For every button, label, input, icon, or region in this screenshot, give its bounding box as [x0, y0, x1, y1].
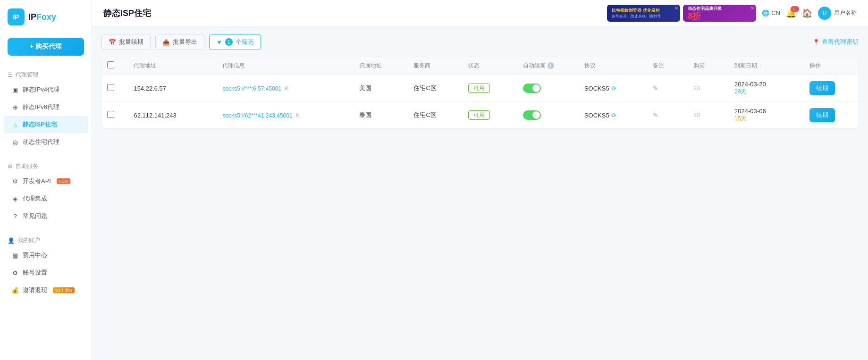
- col-header-note: 备注: [647, 57, 688, 75]
- batch-renew-button[interactable]: 📅 批量续期: [101, 34, 151, 50]
- sidebar-item-integration[interactable]: ◈ 代理集成: [4, 190, 88, 207]
- ipv6-icon: ⊕: [11, 103, 19, 111]
- row1-ip: 154.22.6.57: [128, 75, 217, 102]
- banner2-close-icon[interactable]: ✕: [750, 6, 754, 11]
- row2-protocol: SOCKS5 ⟳: [579, 102, 647, 129]
- row2-action: 续期: [804, 102, 859, 129]
- key-icon: 📍: [812, 39, 820, 46]
- sidebar-item-faq[interactable]: ? 常见问题: [4, 208, 88, 225]
- row1-purchase: 20: [688, 75, 729, 102]
- batch-export-button[interactable]: 📤 批量导出: [155, 34, 204, 50]
- row2-proxy-info: socks5://62***41.243:45001 ⎘: [217, 102, 353, 129]
- col-header-location: 归属地址: [354, 57, 408, 75]
- settings-icon: ⚙: [11, 269, 19, 276]
- row2-renew-button[interactable]: 续期: [809, 108, 835, 122]
- nav-section-service: ⚙ 自助服务 ⚙ 开发者API NEW ◈ 代理集成 ? 常见问题: [0, 155, 92, 229]
- user-info[interactable]: U 用户名称: [818, 7, 857, 20]
- row2-note: ✎: [647, 102, 688, 129]
- row2-edit-icon[interactable]: ✎: [653, 111, 658, 119]
- col-header-action: 操作: [804, 57, 859, 75]
- row1-renew-button[interactable]: 续期: [809, 81, 835, 95]
- banner1-line1: 比特指纹浏览器 优化及时: [612, 8, 661, 14]
- billing-icon: ▤: [11, 251, 19, 259]
- banner1[interactable]: 比特指纹浏览器 优化及时 账号多开、防止关联、防封号 ✕: [607, 5, 680, 22]
- sidebar-item-invite[interactable]: 💰 邀请返现 GET $$$: [4, 282, 88, 299]
- row2-copy-icon[interactable]: ⎘: [296, 112, 299, 119]
- sidebar-item-isp[interactable]: ⌂ 静态ISP住宅: [4, 116, 88, 133]
- filter-icon: ▼: [216, 39, 222, 46]
- content-area: 📅 批量续期 📤 批量导出 ▼ 1 个筛选 📍 查看代理密钥: [92, 26, 868, 360]
- row1-copy-icon[interactable]: ⎘: [285, 85, 288, 92]
- row1-note: ✎: [647, 75, 688, 102]
- globe-icon: 🌐: [762, 9, 769, 17]
- banner2[interactable]: 动态住宅品质升级 8折 ✕: [683, 5, 756, 22]
- row2-ip: 62.112.141.243: [128, 102, 217, 129]
- export-icon: 📤: [162, 39, 170, 46]
- row2-expire-days: 15天: [734, 115, 798, 123]
- row1-refresh-icon[interactable]: ⟳: [611, 85, 616, 92]
- nav-section-title-proxy: ☰ 代理管理: [0, 67, 92, 81]
- auto-renew-info-icon[interactable]: ℹ: [548, 62, 554, 69]
- account-section-icon: 👤: [8, 237, 15, 244]
- nav-section-account: 👤 我的账户 ▤ 费用中心 ⚙ 账号设置 💰 邀请返现 GET $$$: [0, 229, 92, 303]
- calendar-icon: 📅: [109, 39, 116, 46]
- service-section-icon: ⚙: [8, 163, 13, 170]
- row2-proxy-link[interactable]: socks5://62***41.243:45001: [222, 112, 292, 119]
- toolbar-left: 📅 批量续期 📤 批量导出 ▼ 1 个筛选: [101, 34, 261, 50]
- proxy-table: 代理地址 代理信息 归属地址 服务商 状态 自动续期 ℹ 协议 备注: [101, 57, 859, 128]
- row1-status-badge: 可用: [468, 84, 490, 93]
- username: 用户名称: [834, 9, 857, 17]
- row1-status: 可用: [463, 75, 517, 102]
- row2-service: 住宅C区: [408, 102, 463, 129]
- row1-checkbox[interactable]: [107, 84, 114, 91]
- row1-toggle[interactable]: [523, 84, 541, 93]
- proxy-table-wrapper: 代理地址 代理信息 归属地址 服务商 状态 自动续期 ℹ 协议 备注: [101, 57, 859, 128]
- new-badge: NEW: [57, 178, 70, 184]
- row2-protocol-label: SOCKS5: [584, 112, 609, 119]
- notification-badge: 11: [791, 6, 799, 12]
- row1-toggle-knob: [532, 84, 540, 92]
- sidebar-item-settings[interactable]: ⚙ 账号设置: [4, 264, 88, 281]
- banner1-close-icon[interactable]: ✕: [674, 6, 678, 11]
- sidebar-item-ipv4[interactable]: ▣ 静态IPv4代理: [4, 81, 88, 98]
- row2-toggle[interactable]: [523, 110, 541, 120]
- row1-proxy-link[interactable]: socks5://***:6.57:45001: [222, 85, 281, 92]
- banner1-line2: 账号多开、防止关联、防封号: [612, 14, 661, 19]
- integration-icon: ◈: [11, 195, 19, 202]
- promo-banners: 比特指纹浏览器 优化及时 账号多开、防止关联、防封号 ✕ 动态住宅品质升级 8折…: [607, 5, 756, 22]
- filter-button[interactable]: ▼ 1 个筛选: [209, 34, 261, 50]
- row2-expire-date: 2024-03-06: [734, 108, 798, 115]
- row2-toggle-knob: [532, 111, 540, 119]
- row1-edit-icon[interactable]: ✎: [653, 84, 658, 92]
- row2-auto-renew: [517, 102, 579, 129]
- table-header: 代理地址 代理信息 归属地址 服务商 状态 自动续期 ℹ 协议 备注: [101, 57, 859, 75]
- select-all-checkbox[interactable]: [107, 61, 114, 68]
- filter-count-badge: 1: [225, 38, 233, 46]
- devapi-icon: ⚙: [11, 177, 19, 185]
- view-key-button[interactable]: 📍 查看代理密钥: [812, 38, 859, 46]
- row1-service: 住宅C区: [408, 75, 463, 102]
- col-header-proxy: 代理地址: [128, 57, 217, 75]
- table-body: 154.22.6.57 socks5://***:6.57:45001 ⎘ 美国…: [101, 75, 859, 129]
- row2-purchase: 20: [688, 102, 729, 129]
- sidebar-item-billing[interactable]: ▤ 费用中心: [4, 247, 88, 264]
- row2-checkbox[interactable]: [107, 111, 114, 118]
- toolbar: 📅 批量续期 📤 批量导出 ▼ 1 个筛选 📍 查看代理密钥: [101, 34, 859, 50]
- language-button[interactable]: 🌐 CN: [762, 9, 780, 17]
- row1-location: 美国: [354, 75, 408, 102]
- row2-refresh-icon[interactable]: ⟳: [611, 112, 616, 119]
- logo-area: IP IPFoxy: [0, 0, 92, 34]
- invite-icon: 💰: [11, 286, 19, 294]
- notification-button[interactable]: 🔔 11: [786, 8, 796, 18]
- sidebar-item-ipv6[interactable]: ⊕ 静态IPv6代理: [4, 99, 88, 116]
- expire-sort-icon[interactable]: ↕: [759, 63, 761, 68]
- nav-icon-area: 🏠: [802, 8, 812, 18]
- row2-status: 可用: [463, 102, 517, 129]
- isp-icon: ⌂: [11, 121, 19, 128]
- col-header-status: 状态: [463, 57, 517, 75]
- buy-proxy-button[interactable]: + 购买代理: [8, 38, 84, 56]
- sidebar-item-devapi[interactable]: ⚙ 开发者API NEW: [4, 173, 88, 190]
- row2-expire: 2024-03-06 15天: [729, 102, 804, 129]
- row1-protocol-label: SOCKS5: [584, 85, 609, 92]
- sidebar-item-dynamic[interactable]: ◎ 动态住宅代理: [4, 134, 88, 151]
